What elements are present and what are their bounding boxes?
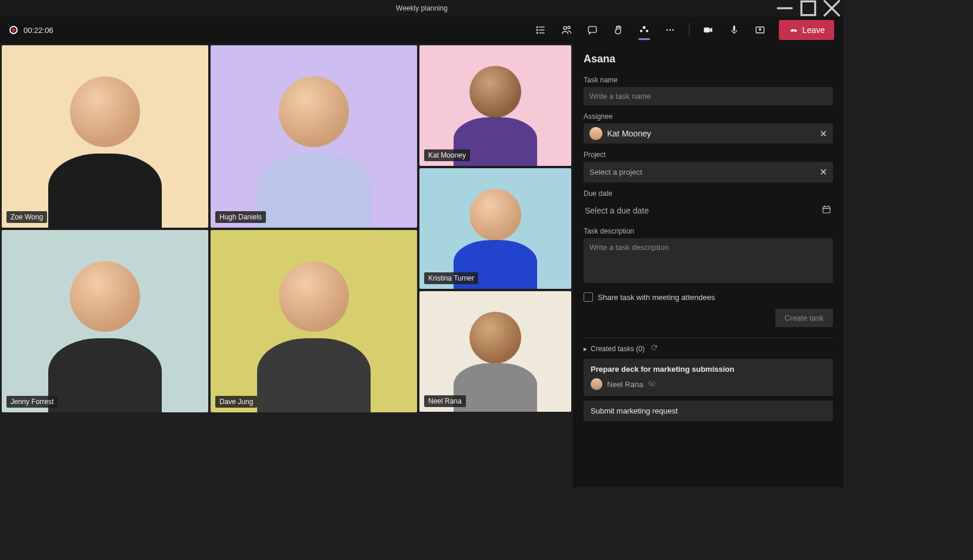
svg-rect-19 [704, 28, 709, 32]
share-label: Share task with meeting attendees [598, 293, 715, 302]
leave-label: Leave [802, 25, 825, 35]
task-title: Submit marketing request [591, 406, 826, 415]
chevron-right-icon: ▸ [584, 345, 587, 353]
svg-rect-20 [733, 26, 735, 31]
description-label: Task description [584, 227, 833, 235]
task-name-label: Task name [584, 76, 833, 84]
leave-button[interactable]: Leave [779, 20, 834, 40]
svg-point-18 [672, 29, 674, 31]
avatar [589, 127, 602, 140]
raise-hand-icon[interactable] [607, 18, 630, 42]
checkbox-icon[interactable] [584, 292, 593, 302]
participant-tile[interactable]: Neel Rana [419, 291, 571, 412]
task-card[interactable]: Submit marketing request [584, 401, 833, 421]
create-task-button[interactable]: Create task [775, 309, 833, 327]
task-card[interactable]: Prepare deck for marketing submission Ne… [584, 359, 833, 396]
clear-icon[interactable]: ✕ [819, 166, 827, 178]
participant-tile[interactable]: Dave Jung [211, 230, 417, 412]
svg-point-15 [646, 30, 648, 32]
project-select[interactable]: Select a project ✕ [584, 162, 833, 182]
project-placeholder: Select a project [589, 168, 642, 176]
svg-point-8 [537, 32, 538, 34]
participant-name: Neel Rana [424, 395, 466, 407]
svg-point-16 [667, 29, 668, 31]
participant-name: Kristina Turner [424, 272, 478, 284]
recording-icon [9, 26, 18, 34]
due-date-placeholder: Select a due date [585, 206, 649, 215]
created-tasks-label: Created tasks (0) [591, 345, 645, 353]
participant-name: Zoe Wong [6, 211, 47, 223]
close-icon[interactable] [820, 0, 844, 16]
participant-name: Dave Jung [215, 396, 257, 408]
due-date-label: Due date [584, 189, 833, 198]
toolbar-separator [689, 23, 689, 37]
rooms-icon[interactable] [632, 18, 656, 42]
svg-rect-1 [801, 1, 815, 15]
maximize-icon[interactable] [797, 0, 820, 16]
video-grid: Zoe Wong Hugh Daniels Jenny Forrest Dave… [0, 44, 573, 487]
minimize-icon[interactable] [773, 0, 797, 16]
participant-tile[interactable]: Hugh Daniels [211, 45, 417, 228]
hidden-icon [648, 379, 656, 389]
due-date-select[interactable]: Select a due date [584, 201, 833, 220]
call-timer: 00:22:06 [24, 26, 54, 35]
svg-point-10 [564, 26, 567, 29]
participant-tile[interactable]: Kat Mooney [419, 45, 571, 166]
participant-name: Jenny Forrest [6, 396, 58, 408]
project-label: Project [584, 151, 833, 159]
svg-point-6 [537, 29, 538, 31]
mic-icon[interactable] [722, 18, 746, 42]
task-title: Prepare deck for marketing submission [591, 365, 826, 374]
clear-icon[interactable]: ✕ [819, 128, 827, 139]
camera-icon[interactable] [697, 18, 720, 42]
description-input[interactable] [584, 238, 833, 283]
participant-tile[interactable]: Zoe Wong [2, 45, 208, 228]
window-controls [773, 0, 844, 16]
svg-point-14 [640, 30, 642, 32]
divider [584, 338, 833, 338]
assignee-select[interactable]: Kat Mooney ✕ [584, 124, 833, 144]
assignee-label: Assignee [584, 112, 833, 121]
list-icon[interactable] [529, 18, 552, 42]
people-icon[interactable] [555, 18, 578, 42]
task-name-input[interactable] [584, 87, 833, 105]
task-assignee: Neel Rana [607, 380, 643, 389]
svg-point-13 [642, 26, 645, 29]
refresh-icon[interactable] [651, 344, 658, 353]
participant-tile[interactable]: Jenny Forrest [2, 230, 208, 412]
svg-rect-22 [823, 207, 830, 214]
panel-title: Asana [584, 53, 833, 65]
asana-panel: Asana Task name Assignee Kat Mooney ✕ Pr… [573, 44, 844, 487]
share-checkbox-row[interactable]: Share task with meeting attendees [584, 292, 833, 302]
more-icon[interactable] [658, 18, 682, 42]
titlebar: Weekly planning [0, 0, 844, 16]
svg-point-17 [669, 29, 671, 31]
svg-rect-12 [588, 26, 596, 32]
calendar-icon[interactable] [821, 204, 832, 216]
share-screen-icon[interactable] [748, 18, 772, 42]
svg-point-4 [537, 26, 538, 28]
participant-name: Hugh Daniels [215, 211, 266, 223]
meeting-toolbar: 00:22:06 Leave [0, 16, 844, 44]
window-title: Weekly planning [396, 4, 448, 12]
assignee-value: Kat Mooney [607, 129, 651, 138]
created-tasks-header[interactable]: ▸ Created tasks (0) [584, 344, 833, 353]
avatar [591, 378, 602, 390]
participant-name: Kat Mooney [424, 149, 470, 161]
chat-icon[interactable] [581, 18, 604, 42]
participant-tile[interactable]: Kristina Turner [419, 168, 571, 289]
svg-point-11 [568, 26, 570, 29]
